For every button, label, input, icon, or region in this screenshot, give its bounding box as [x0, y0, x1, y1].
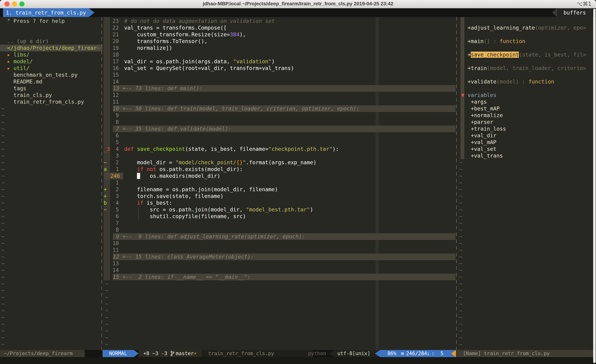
- tagbar-item[interactable]: +args: [457, 99, 596, 105]
- empty-line: ~: [0, 280, 104, 287]
- empty-line: ~: [0, 220, 104, 226]
- tagbar-item[interactable]: ▼ variables: [457, 92, 596, 99]
- empty-line: ~: [0, 132, 104, 139]
- code-line[interactable]: 12: [103, 92, 456, 99]
- code-line[interactable]: 9: [103, 112, 456, 119]
- scrollbar[interactable]: [593, 9, 596, 363]
- code-line[interactable]: +3 torch.save(state, filename): [103, 193, 456, 200]
- code-line[interactable]: 19 normalize]): [103, 45, 456, 51]
- code-line[interactable]: 10: [103, 240, 456, 247]
- ln-badge: L N: [427, 352, 429, 356]
- folded-line[interactable]: 15 +-- 2 lines: if __name__ == "__main__…: [103, 274, 456, 280]
- editor-panel[interactable]: 23# do not do data augmentation on valid…: [103, 17, 456, 350]
- tree-item[interactable]: [0, 24, 104, 31]
- code-line[interactable]: 6 │ shutil.copyfile(filename, src): [103, 213, 456, 220]
- empty-line: ~: [457, 294, 596, 301]
- code-line[interactable]: ~2 model_dir = "model/check_point/{}".fo…: [103, 159, 456, 166]
- command-line[interactable]: [0, 357, 596, 364]
- empty-line: ~: [457, 274, 596, 280]
- line-number: 11: [106, 99, 119, 105]
- empty-line: [457, 58, 596, 65]
- folded-line[interactable]: 7 +-- 35 lines: def validate(model):: [103, 125, 456, 132]
- tree-item[interactable]: ▸ libs/: [0, 51, 104, 58]
- code-line[interactable]: 7: [103, 220, 456, 226]
- code-line[interactable]: 14: [103, 267, 456, 274]
- code-line[interactable]: 21 custom_transform.Resize(size=384),: [103, 31, 456, 38]
- empty-line: ~: [103, 307, 456, 314]
- code-line[interactable]: 22val_trans = transforms.Compose([: [103, 24, 456, 31]
- fold-text[interactable]: 13 +-- 73 lines: def main():: [113, 85, 455, 92]
- line-number: 9: [106, 112, 119, 119]
- statusline-position: 86% ≡ 246/284 L N : 5: [380, 350, 463, 357]
- code-line[interactable]: 18: [103, 51, 456, 58]
- tagbar-item[interactable]: +normalize: [457, 112, 596, 119]
- tree-item[interactable]: " Press ? for help: [0, 18, 104, 24]
- tagbar-item[interactable]: +val_set: [457, 146, 596, 153]
- fold-text[interactable]: 7 +-- 35 lines: def validate(model):: [113, 125, 455, 132]
- tree-current-root[interactable]: </jdhao/Projects/deep_firear>: [0, 45, 104, 51]
- code-line[interactable]: 14: [103, 78, 456, 85]
- tree-item[interactable]: ▸ util/: [0, 65, 104, 72]
- tagbar-item[interactable]: +val_trans: [457, 153, 596, 159]
- tagbar-item[interactable]: +adjust_learning_rate(optimizer, epo>: [457, 24, 596, 31]
- tree-item[interactable]: ▸ model/: [0, 58, 104, 65]
- fold-text[interactable]: 9 +-- 9 lines: def adjust_learning_rate(…: [113, 233, 455, 240]
- code-line[interactable]: 5: [103, 139, 456, 146]
- code-line[interactable]: 15: [103, 72, 456, 78]
- folded-line[interactable]: 13 +-- 73 lines: def main():: [103, 85, 456, 92]
- tagbar-item[interactable]: +train_loss: [457, 125, 596, 132]
- code-line[interactable]: 1: [103, 179, 456, 186]
- tab-train-retr-from-cls[interactable]: 1. train_retr_from_cls.py: [3, 8, 89, 17]
- statusline-git: +8 ~3 -3 master ⚡: [139, 350, 202, 357]
- code-line[interactable]: ~5 │ src = os.path.join(model_dir, "mode…: [103, 206, 456, 213]
- empty-line: ~: [457, 280, 596, 287]
- tree-item[interactable]: benchmark_on_test.py: [0, 72, 104, 78]
- fold-text[interactable]: 10 +-- 50 lines: def train(model, train_…: [113, 105, 455, 112]
- folded-line[interactable]: 10 +-- 50 lines: def train(model, train_…: [103, 105, 456, 112]
- code-line[interactable]: 23# do not do data augmentation on valid…: [103, 18, 456, 24]
- code-line[interactable]: 3: [103, 153, 456, 159]
- tab-buffers[interactable]: buffers: [557, 8, 592, 17]
- fold-text[interactable]: 15 +-- 2 lines: if __name__ == "__main__…: [113, 274, 455, 280]
- tagbar-item[interactable]: +parser: [457, 119, 596, 125]
- tagbar-item[interactable]: +best_mAP: [457, 105, 596, 112]
- tree-item[interactable]: train_retr_from_cls.py: [0, 99, 104, 105]
- code-line[interactable]: a1 if not os.path.exists(model_dir):: [103, 166, 456, 173]
- zap-icon: ⚡: [194, 350, 197, 357]
- code-line[interactable]: 11: [103, 247, 456, 253]
- code-line[interactable]: 13: [103, 260, 456, 267]
- line-number: 3: [106, 153, 119, 159]
- tree-item[interactable]: tags: [0, 85, 104, 92]
- code-line[interactable]: 8: [103, 119, 456, 125]
- tagbar-item[interactable]: +main() : function: [457, 38, 596, 45]
- tagbar-item[interactable]: +val_mAP: [457, 139, 596, 146]
- tagbar-item[interactable]: +save_checkpoint(state, is_best, fil>: [457, 51, 596, 58]
- code-line[interactable]: 246 os.makedirs(model_dir): [103, 173, 456, 179]
- tagbar-item[interactable]: +train(model, train_loader, criterio>: [457, 65, 596, 72]
- code-line[interactable]: +2 filename = os.path.join(model_dir, fi…: [103, 186, 456, 193]
- code-line[interactable]: 8: [103, 226, 456, 233]
- code-line[interactable]: 6: [103, 132, 456, 139]
- tree-item[interactable]: [0, 31, 104, 38]
- code-line[interactable]: 20 transforms.ToTensor(),: [103, 38, 456, 45]
- tagbar-item[interactable]: +validate(model) : function: [457, 78, 596, 85]
- tree-item[interactable]: README.md: [0, 78, 104, 85]
- statusline-encoding: utf-8[unix]: [334, 350, 379, 357]
- tagbar-item[interactable]: +val_dir: [457, 132, 596, 139]
- folded-line[interactable]: 12 +-- 15 lines: class AverageMeter(obje…: [103, 253, 456, 260]
- empty-line: ~: [457, 314, 596, 321]
- window-separator[interactable]: [101, 17, 102, 350]
- code-line[interactable]: b4 if is_best:: [103, 200, 456, 206]
- window-separator[interactable]: [456, 17, 457, 350]
- empty-line: ~: [457, 200, 596, 206]
- code-line[interactable]: 17val_dir = os.path.join(args.data, "val…: [103, 58, 456, 65]
- code-line[interactable]: 11: [103, 99, 456, 105]
- code-line[interactable]: 16val_set = QuerySet(root=val_dir, trans…: [103, 65, 456, 72]
- fold-text[interactable]: 12 +-- 15 lines: class AverageMeter(obje…: [113, 253, 455, 260]
- statusline-nerdtree-path: ~/Projects/deep_firearm: [0, 350, 85, 357]
- code-line[interactable]: _34def save_checkpoint(state, is_best, f…: [103, 146, 456, 153]
- empty-line: ~: [103, 341, 456, 348]
- tree-item[interactable]: .. (up a dir): [0, 38, 104, 45]
- folded-line[interactable]: 9 +-- 9 lines: def adjust_learning_rate(…: [103, 233, 456, 240]
- tree-item[interactable]: train_cls.py: [0, 92, 104, 99]
